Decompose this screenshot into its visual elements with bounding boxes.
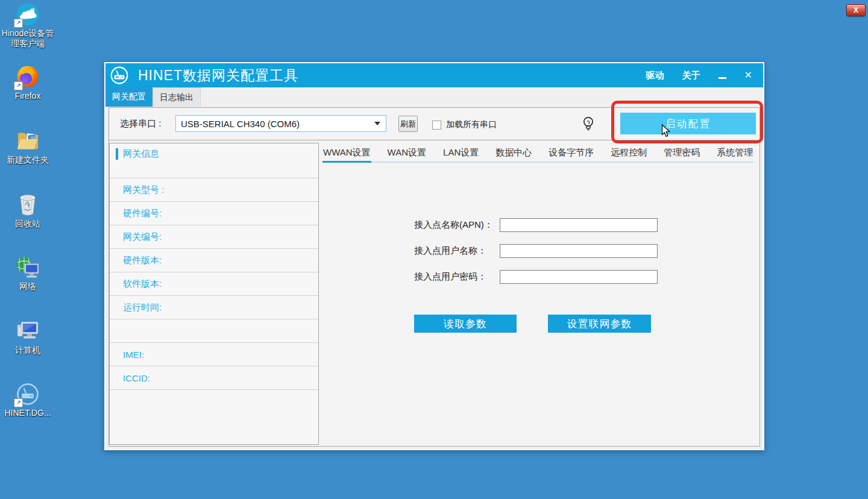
apn-password-input[interactable] — [500, 270, 658, 284]
desktop-icon-firefox[interactable]: ↗ Firefox — [0, 65, 55, 101]
desktop-icon-label: Firefox — [0, 91, 55, 101]
info-row-imei: IMEI: — [110, 343, 318, 366]
load-all-ports-option[interactable]: 加载所有串口 — [432, 119, 497, 130]
desktop-icon-label: Hinode设备管理客户端 — [0, 28, 55, 49]
wwan-form: 接入点名称(APN)： 接入点用户名称： 接入点用户密码： — [321, 218, 658, 296]
desktop-icon-recycle-bin[interactable]: 回收站 — [0, 193, 55, 229]
load-all-checkbox[interactable] — [432, 121, 441, 130]
serial-port-value: USB-SERIAL CH340 (COM6) — [176, 119, 374, 129]
main-tab-bar: 网关配置 日志输出 — [105, 87, 763, 107]
shortcut-arrow-icon: ↗ — [14, 81, 23, 90]
tab-wan[interactable]: WAN设置 — [387, 147, 427, 162]
apn-input[interactable] — [500, 218, 658, 232]
load-all-label: 加载所有串口 — [446, 119, 497, 130]
info-row-model: 网关型号 : — [110, 178, 318, 202]
shortcut-arrow-icon: ↗ — [14, 19, 23, 28]
info-row-empty — [110, 319, 318, 343]
set-network-params-button[interactable]: 设置联网参数 — [548, 315, 651, 333]
desktop-icon-new-folder[interactable]: 新建文件夹 — [0, 129, 55, 165]
app-router-icon — [110, 66, 128, 84]
config-tab-bar: WWAN设置 WAN设置 LAN设置 数据中心 设备字节序 远程控制 管理密码 … — [322, 147, 753, 163]
tab-system-management[interactable]: 系统管理 — [716, 147, 753, 162]
minimize-icon[interactable] — [719, 77, 726, 79]
desktop-icon-hinode-client[interactable]: ↗ Hinode设备管理客户端 — [0, 2, 55, 49]
desktop-icon-hinet-dg[interactable]: ↗ HINET.DG... — [0, 382, 55, 418]
info-panel-header: 网关信息 — [110, 143, 318, 178]
tab-remote-control[interactable]: 远程控制 — [610, 147, 647, 162]
apn-password-label: 接入点用户密码： — [414, 271, 500, 283]
body-area: 网关信息 网关型号 : 硬件编号: 网关编号: 硬件版本: 软件版本: 运行时间… — [109, 140, 760, 446]
folder-icon — [16, 129, 40, 153]
titlebar: HINET数据网关配置工具 驱动 关于 ✕ — [105, 63, 763, 87]
firefox-icon: ↗ — [16, 65, 40, 89]
about-menu[interactable]: 关于 — [682, 70, 700, 81]
tab-data-center[interactable]: 数据中心 — [495, 147, 532, 162]
serial-port-select[interactable]: USB-SERIAL CH340 (COM6) — [175, 115, 386, 132]
start-config-button[interactable]: 启动配置 — [620, 113, 756, 134]
tab-lan[interactable]: LAN设置 — [442, 147, 479, 162]
desktop-icon-label: HINET.DG... — [0, 408, 55, 418]
apn-label: 接入点名称(APN)： — [414, 219, 500, 231]
desktop-icon-network[interactable]: 网络 — [0, 256, 55, 292]
gateway-info-panel: 网关信息 网关型号 : 硬件编号: 网关编号: 硬件版本: 软件版本: 运行时间… — [109, 143, 319, 445]
serial-row: 选择串口 : USB-SERIAL CH340 (COM6) 刷新 加载所有串口… — [109, 108, 760, 140]
recycle-bin-icon — [16, 193, 40, 217]
driver-menu[interactable]: 驱动 — [646, 70, 664, 81]
info-row-hw-version: 硬件版本: — [110, 249, 318, 272]
serial-port-label: 选择串口 : — [120, 118, 161, 130]
window-title: HINET数据网关配置工具 — [138, 66, 298, 85]
close-icon[interactable]: ✕ — [744, 71, 752, 80]
tab-admin-password[interactable]: 管理密码 — [663, 147, 700, 162]
tab-wwan[interactable]: WWAN设置 — [322, 147, 371, 163]
computer-icon — [16, 319, 40, 344]
chevron-down-icon — [374, 122, 380, 125]
config-pane: WWAN设置 WAN设置 LAN设置 数据中心 设备字节序 远程控制 管理密码 … — [321, 140, 758, 446]
desktop: { "desktop": { "icons": [ {"name": "hino… — [0, 0, 868, 499]
tab-byte-order[interactable]: 设备字节序 — [548, 147, 594, 162]
tab-log-output[interactable]: 日志输出 — [153, 87, 201, 107]
info-row-gw-number: 网关编号: — [110, 225, 318, 249]
desktop-icon-label: 回收站 — [0, 219, 55, 229]
tab-gateway-config[interactable]: 网关配置 — [105, 87, 153, 107]
info-row-sw-version: 软件版本: — [110, 272, 318, 296]
desktop-icon-label: 新建文件夹 — [0, 155, 55, 165]
screen-close-label: X — [854, 6, 858, 14]
read-params-button[interactable]: 读取参数 — [414, 315, 517, 333]
app-window: HINET数据网关配置工具 驱动 关于 ✕ 网关配置 日志输出 选择串口 : U… — [104, 62, 764, 450]
refresh-button[interactable]: 刷新 — [398, 116, 418, 132]
hinet-dg-icon: ↗ — [16, 382, 40, 406]
desktop-icon-computer[interactable]: 计算机 — [0, 319, 55, 356]
lightbulb-icon[interactable] — [582, 116, 595, 133]
hinode-client-icon: ↗ — [16, 2, 40, 27]
content-box: 选择串口 : USB-SERIAL CH340 (COM6) 刷新 加载所有串口… — [108, 107, 760, 447]
info-row-iccid: ICCID: — [110, 366, 318, 390]
accent-bar — [116, 148, 118, 160]
info-row-uptime: 运行时间: — [110, 296, 318, 319]
shortcut-arrow-icon: ↗ — [14, 398, 23, 407]
apn-username-input[interactable] — [500, 244, 658, 258]
screen-close-button[interactable]: X — [846, 4, 866, 16]
desktop-icon-label: 计算机 — [0, 345, 55, 356]
apn-username-label: 接入点用户名称： — [414, 245, 500, 257]
info-row-hw-number: 硬件编号: — [110, 202, 318, 225]
desktop-icon-label: 网络 — [0, 281, 55, 292]
network-icon — [15, 256, 40, 280]
